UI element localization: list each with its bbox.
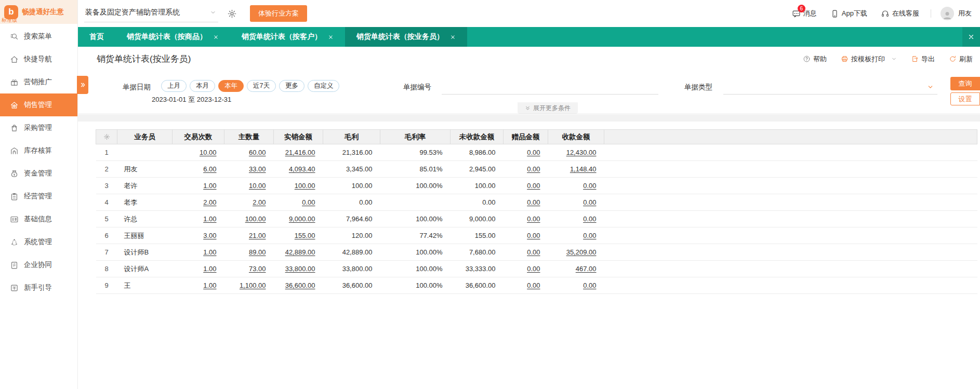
drill-link-value[interactable]: 0.00: [548, 194, 604, 211]
messages-button[interactable]: 消息 6: [792, 9, 817, 18]
drill-link-value[interactable]: 0.00: [504, 261, 548, 277]
date-pill-0[interactable]: 上月: [161, 80, 187, 92]
drill-link-value[interactable]: 1,148.40: [548, 161, 604, 178]
drill-link-value[interactable]: 1.00: [173, 277, 224, 294]
drill-link-value[interactable]: 10.00: [224, 178, 274, 194]
drill-link-value[interactable]: 467.00: [548, 261, 604, 277]
print-by-template-button[interactable]: 按模板打印: [841, 55, 897, 64]
refresh-button[interactable]: 刷新: [949, 55, 973, 64]
tab-0[interactable]: 首页: [78, 27, 115, 47]
drill-link-value[interactable]: 73.00: [224, 261, 274, 277]
expand-more-conditions[interactable]: 展开更多条件: [518, 102, 578, 114]
drill-link-value[interactable]: 35,209.00: [548, 244, 604, 261]
drill-link-value[interactable]: 0.00: [504, 161, 548, 178]
sidebar-item-funds[interactable]: 资金管理: [0, 162, 77, 185]
drill-link-value[interactable]: 12,430.00: [548, 144, 604, 161]
column-header[interactable]: 主数量: [224, 130, 274, 144]
drill-link-value[interactable]: 0.00: [504, 277, 548, 294]
settings-button[interactable]: 设置: [950, 92, 980, 105]
drill-link-value[interactable]: 42,889.00: [274, 244, 323, 261]
drill-link-value[interactable]: 0.00: [504, 144, 548, 161]
column-header[interactable]: 实销金额: [274, 130, 323, 144]
doc-type-chevron-down-icon[interactable]: [927, 84, 934, 90]
column-header[interactable]: 收款金额: [548, 130, 604, 144]
drill-link-value[interactable]: 0.00: [504, 227, 548, 244]
system-select[interactable]: 装备及固定资产辅助管理系统: [84, 5, 218, 22]
column-header[interactable]: 未收款金额: [451, 130, 504, 144]
column-header[interactable]: 交易次数: [173, 130, 224, 144]
tab-2[interactable]: 销货单统计表（按客户）: [230, 27, 345, 47]
drill-link-value[interactable]: 3.00: [173, 227, 224, 244]
drill-link-value[interactable]: 36,600.00: [274, 277, 323, 294]
search-button[interactable]: 查询: [950, 77, 980, 90]
drill-link-value[interactable]: 0.00: [548, 227, 604, 244]
drill-link-value[interactable]: 1.00: [173, 244, 224, 261]
drill-link-value[interactable]: 0.00: [504, 244, 548, 261]
date-pill-1[interactable]: 本月: [190, 80, 215, 92]
drill-link-value[interactable]: 1,100.00: [224, 277, 274, 294]
drill-link-value[interactable]: 1.00: [173, 261, 224, 277]
drill-link-value[interactable]: 21.00: [224, 227, 274, 244]
drill-link-value[interactable]: 0.00: [548, 277, 604, 294]
drill-link-value[interactable]: 2.00: [173, 194, 224, 211]
export-button[interactable]: 导出: [911, 55, 935, 64]
date-pill-5[interactable]: 自定义: [308, 80, 340, 92]
column-header[interactable]: 毛利: [323, 130, 380, 144]
table-settings-cell[interactable]: [96, 130, 117, 144]
date-pill-2[interactable]: 本年: [218, 80, 244, 92]
date-pill-4[interactable]: 更多: [279, 80, 304, 92]
column-header[interactable]: 赠品金额: [504, 130, 548, 144]
collapse-filter-button[interactable]: [77, 76, 88, 94]
drill-link-value[interactable]: 0.00: [274, 194, 323, 211]
drill-link-value[interactable]: 2.00: [224, 194, 274, 211]
drill-link-value[interactable]: 4,093.40: [274, 161, 323, 178]
drill-link-value[interactable]: 89.00: [224, 244, 274, 261]
close-all-tabs-button[interactable]: [962, 27, 980, 47]
close-icon[interactable]: [328, 34, 334, 40]
help-button[interactable]: 帮助: [803, 55, 827, 64]
trial-plan-button[interactable]: 体验行业方案: [250, 5, 307, 22]
sidebar-item-guide[interactable]: 新手引导: [0, 276, 77, 299]
sidebar-item-inventory[interactable]: 库存核算: [0, 139, 77, 162]
sidebar-item-sales[interactable]: 销售管理: [0, 93, 77, 116]
drill-link-value[interactable]: 9,000.00: [274, 211, 323, 227]
drill-link-value[interactable]: 155.00: [274, 227, 323, 244]
drill-link-value[interactable]: 33,800.00: [274, 261, 323, 277]
sidebar-item-purchase[interactable]: 采购管理: [0, 116, 77, 139]
drill-link-value[interactable]: 0.00: [504, 178, 548, 194]
drill-link-value[interactable]: 10.00: [173, 144, 224, 161]
sidebar-item-master-data[interactable]: 基础信息: [0, 208, 77, 231]
drill-link-value[interactable]: 60.00: [224, 144, 274, 161]
drill-link-value[interactable]: 1.00: [173, 211, 224, 227]
doc-type-select[interactable]: [723, 79, 939, 95]
doc-no-input[interactable]: [442, 79, 660, 95]
column-header[interactable]: 毛利率: [380, 130, 451, 144]
close-icon[interactable]: [213, 34, 219, 40]
tab-3[interactable]: 销货单统计表（按业务员）: [345, 27, 467, 47]
column-header[interactable]: 业务员: [117, 130, 173, 144]
avatar[interactable]: [941, 7, 954, 20]
drill-link-value[interactable]: 0.00: [504, 194, 548, 211]
date-range-value[interactable]: 2023-01-01 至 2023-12-31: [152, 95, 231, 104]
drill-link-value[interactable]: 0.00: [548, 211, 604, 227]
date-pill-3[interactable]: 近7天: [247, 80, 276, 92]
drill-link-value[interactable]: 21,416.00: [274, 144, 323, 161]
online-service-button[interactable]: 在线客服: [881, 9, 919, 18]
sidebar-item-operations[interactable]: 经营管理: [0, 185, 77, 208]
drill-link-value[interactable]: 1.00: [173, 178, 224, 194]
close-icon[interactable]: [450, 34, 456, 40]
chevron-down-icon[interactable]: [891, 56, 897, 62]
sidebar-item-marketing[interactable]: 营销推广: [0, 71, 77, 93]
sidebar-item-quick-nav[interactable]: 快捷导航: [0, 48, 77, 71]
sidebar-item-system[interactable]: 系统管理: [0, 231, 77, 253]
drill-link-value[interactable]: 0.00: [504, 211, 548, 227]
drill-link-value[interactable]: 100.00: [224, 211, 274, 227]
drill-link-value[interactable]: 0.00: [548, 178, 604, 194]
gear-icon[interactable]: [227, 9, 237, 19]
drill-link-value[interactable]: 100.00: [274, 178, 323, 194]
app-download-button[interactable]: App下载: [830, 9, 867, 18]
sidebar-item-search[interactable]: 搜索菜单: [0, 25, 77, 48]
drill-link-value[interactable]: 33.00: [224, 161, 274, 178]
tab-1[interactable]: 销货单统计表（按商品）: [115, 27, 230, 47]
drill-link-value[interactable]: 6.00: [173, 161, 224, 178]
